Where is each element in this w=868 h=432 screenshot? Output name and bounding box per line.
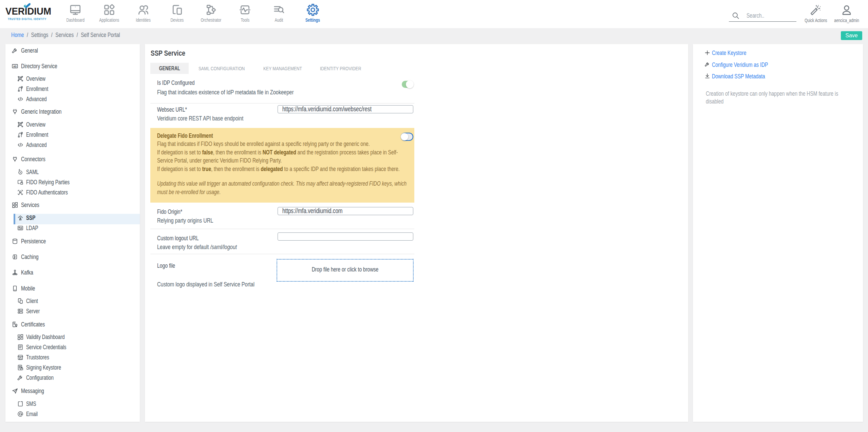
svg-text:AD: AD bbox=[13, 65, 17, 68]
